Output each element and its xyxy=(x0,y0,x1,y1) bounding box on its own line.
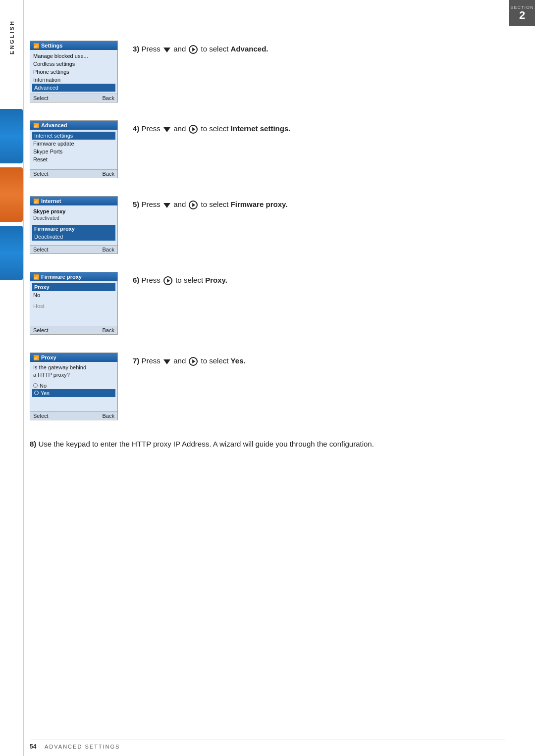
screen-6-title: Firmware proxy xyxy=(41,274,82,280)
step-6-row: 📶 Firmware proxy Proxy No Host Select Ba… xyxy=(30,272,495,335)
screen-7-footer-left: Select xyxy=(33,413,49,419)
select-icon-5 xyxy=(189,201,198,209)
screen-6-footer-right: Back xyxy=(103,327,114,333)
screen-3-body: Manage blocked use... Cordless settings … xyxy=(30,50,117,94)
step-7-instruction: 7) Press and to select Yes. xyxy=(133,353,495,367)
screen-7-question: Is the gateway behinda HTTP proxy? xyxy=(33,364,114,379)
deco-area xyxy=(0,109,24,280)
step-5-target: Firmware proxy. xyxy=(231,200,288,208)
screen-7-radio-yes: Yes xyxy=(32,389,115,397)
step-4-number: 4) xyxy=(133,124,139,133)
step-6-number: 6) xyxy=(133,276,139,284)
screen-4-item-3: Reset xyxy=(33,155,114,163)
step-6-screen: 📶 Firmware proxy Proxy No Host Select Ba… xyxy=(30,272,118,335)
step-8-text: Use the keypad to enter the HTTP proxy I… xyxy=(39,440,374,448)
radio-no-circle xyxy=(33,383,38,388)
screen-4-footer-left: Select xyxy=(33,171,49,177)
radio-yes-label: Yes xyxy=(41,390,50,396)
step-7-target: Yes. xyxy=(231,356,246,365)
step-6-target: Proxy. xyxy=(205,276,227,284)
screen-5-header: 📶 Internet xyxy=(30,197,117,205)
screen-5-footer: Select Back xyxy=(30,245,117,253)
language-label: ENGLISH xyxy=(9,20,15,54)
phone-icon-6: 📶 xyxy=(33,274,39,280)
phone-icon-7: 📶 xyxy=(33,355,39,360)
screen-5-sub-1: Deactivated xyxy=(32,233,115,241)
screen-4-item-2: Skype Ports xyxy=(33,148,114,155)
screen-3-footer-right: Back xyxy=(103,95,114,101)
footer-separator xyxy=(30,740,505,740)
page-number: 54 xyxy=(30,743,36,750)
step-5-instruction: 5) Press and to select Firmware proxy. xyxy=(133,196,495,210)
step-8-row: 8) Use the keypad to enter the HTTP prox… xyxy=(30,438,495,450)
screen-6-footer: Select Back xyxy=(30,326,117,334)
phone-icon-4: 📶 xyxy=(33,123,39,128)
screen-7-radio-no: No xyxy=(33,382,114,389)
screen-3-item-4: Advanced xyxy=(32,84,115,92)
screen-7-title: Proxy xyxy=(41,354,56,360)
screen-3-header: 📶 Settings xyxy=(30,41,117,50)
step-3-target: Advanced. xyxy=(231,45,268,53)
screen-3-title: Settings xyxy=(41,43,62,49)
deco-orange xyxy=(0,167,23,222)
down-arrow-icon-4 xyxy=(163,127,170,132)
screen-4-body: Internet settings Firmware update Skype … xyxy=(30,130,117,169)
screen-3-item-1: Cordless settings xyxy=(33,60,114,68)
screen-6-item-1: No xyxy=(33,291,114,299)
radio-yes-circle xyxy=(34,391,39,395)
down-arrow-icon-5 xyxy=(163,203,170,208)
phone-icon-5: 📶 xyxy=(33,199,39,204)
step-7-screen: 📶 Proxy Is the gateway behinda HTTP prox… xyxy=(30,353,118,420)
step-4-instruction: 4) Press and to select Internet settings… xyxy=(133,120,495,135)
step-5-number: 5) xyxy=(133,200,139,208)
step-4-screen: 📶 Advanced Internet settings Firmware up… xyxy=(30,120,118,178)
screen-5-footer-right: Back xyxy=(103,247,114,252)
screen-5-body: Skype proxy Deactivated Firmware proxy D… xyxy=(30,205,117,245)
screen-3-item-2: Phone settings xyxy=(33,68,114,76)
step-3-row: 📶 Settings Manage blocked use... Cordles… xyxy=(30,41,495,102)
step-4-row: 📶 Advanced Internet settings Firmware up… xyxy=(30,120,495,178)
down-arrow-icon-7 xyxy=(163,359,170,364)
footer-section-label: ADVANCED SETTINGS xyxy=(45,744,120,750)
screen-4-title: Advanced xyxy=(41,122,67,128)
phone-icon-3: 📶 xyxy=(33,43,39,49)
select-icon-6 xyxy=(163,276,172,285)
main-content: 📶 Settings Manage blocked use... Cordles… xyxy=(30,10,525,450)
screen-3-footer-left: Select xyxy=(33,95,49,101)
screen-4-item-0: Internet settings xyxy=(32,132,115,140)
screen-4-header: 📶 Advanced xyxy=(30,121,117,130)
screen-7-header: 📶 Proxy xyxy=(30,353,117,362)
step-7-row: 📶 Proxy Is the gateway behinda HTTP prox… xyxy=(30,353,495,420)
step-5-row: 📶 Internet Skype proxy Deactivated Firmw… xyxy=(30,196,495,254)
deco-blue-1 xyxy=(0,109,23,163)
step-3-instruction: 3) Press and to select Advanced. xyxy=(133,41,495,55)
step-3-number: 3) xyxy=(133,45,139,53)
screen-6-footer-left: Select xyxy=(33,327,49,333)
screen-4-item-1: Firmware update xyxy=(33,140,114,148)
screen-5-title: Internet xyxy=(41,198,61,204)
screen-3-item-3: Information xyxy=(33,76,114,84)
step-4-target: Internet settings. xyxy=(231,124,291,133)
footer-page: 54 ADVANCED SETTINGS xyxy=(30,743,120,750)
screen-7-body: Is the gateway behinda HTTP proxy? No Ye… xyxy=(30,362,117,411)
screen-6-header: 📶 Firmware proxy xyxy=(30,272,117,281)
deco-blue-2 xyxy=(0,226,23,280)
screen-6-body: Proxy No Host xyxy=(30,281,117,326)
screen-5-sub-0: Deactivated xyxy=(33,215,114,222)
screen-4-footer: Select Back xyxy=(30,169,117,178)
select-icon-4 xyxy=(189,125,198,134)
step-5-screen: 📶 Internet Skype proxy Deactivated Firmw… xyxy=(30,196,118,254)
screen-6-item-2: Host xyxy=(33,302,114,310)
screen-3-item-0: Manage blocked use... xyxy=(33,52,114,60)
screen-5-item-0: Skype proxy xyxy=(33,207,114,215)
screen-4-footer-right: Back xyxy=(103,171,114,177)
select-icon-7 xyxy=(189,357,198,366)
select-icon-3 xyxy=(189,45,198,54)
radio-no-label: No xyxy=(40,383,47,389)
screen-5-footer-left: Select xyxy=(33,247,49,252)
screen-6-item-0: Proxy xyxy=(32,283,115,291)
step-7-number: 7) xyxy=(133,356,139,365)
screen-7-footer: Select Back xyxy=(30,411,117,420)
step-3-screen: 📶 Settings Manage blocked use... Cordles… xyxy=(30,41,118,102)
screen-5-item-1: Firmware proxy xyxy=(32,225,115,233)
